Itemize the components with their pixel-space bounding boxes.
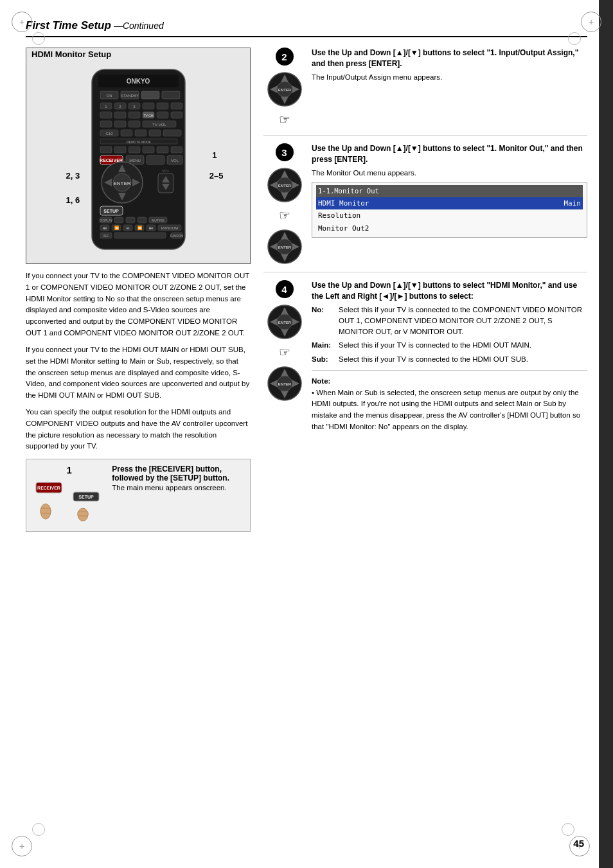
svg-rect-27 xyxy=(129,121,140,127)
svg-rect-42 xyxy=(157,146,168,153)
option-no-desc: Select this if your TV is connected to t… xyxy=(339,305,587,338)
svg-text:ENTER: ENTER xyxy=(278,88,291,92)
step3-enter-btn2: ENTER xyxy=(267,229,302,264)
remote-svg: ONKYO ON STANDBY 1 2 xyxy=(76,68,201,254)
page-subtitle: —Continued xyxy=(114,21,164,31)
svg-text:STANDBY: STANDBY xyxy=(121,94,139,98)
svg-text:⏭: ⏭ xyxy=(149,226,153,230)
step4-row: 4 ENTER ☞ xyxy=(263,280,587,433)
step4-enter-btn2: ENTER xyxy=(267,366,302,401)
svg-text:C10: C10 xyxy=(105,132,113,136)
option-main-desc: Select this if your TV is connected to t… xyxy=(339,340,587,351)
step3-row: 3 ENTER ☞ xyxy=(263,143,587,272)
page-title: First Time Setup xyxy=(26,19,111,32)
step1-svg: RECEIVER xyxy=(33,479,68,524)
page-header: First Time Setup —Continued xyxy=(26,19,587,37)
svg-text:SETUP: SETUP xyxy=(103,209,119,213)
step2-desc: The Input/Output Assign menu appears. xyxy=(312,72,587,83)
corner-bl xyxy=(12,836,32,856)
label-2-3: 2, 3 xyxy=(66,171,80,181)
step2-left: 2 ENTER xyxy=(263,48,305,127)
svg-rect-18 xyxy=(100,112,112,118)
step3-left: 3 ENTER ☞ xyxy=(263,143,305,264)
svg-text:RANDOM: RANDOM xyxy=(161,226,178,230)
step3-right: Use the Up and Down [▲]/[▼] buttons to s… xyxy=(312,143,587,264)
svg-rect-66 xyxy=(114,217,123,223)
svg-rect-17 xyxy=(171,103,182,109)
svg-text:VOL: VOL xyxy=(170,159,179,163)
svg-text:SETUP: SETUP xyxy=(79,495,94,499)
step4-left: 4 ENTER ☞ xyxy=(263,280,305,433)
svg-rect-67 xyxy=(126,217,135,223)
menu-item-hdmi-value: Main xyxy=(564,198,582,209)
option-no-label: No: xyxy=(312,305,335,338)
step4-title: Use the Up and Down [▲]/[▼] buttons to s… xyxy=(312,280,587,302)
option-main: Main: Select this if your TV is connecte… xyxy=(312,340,587,351)
svg-rect-85 xyxy=(114,233,166,238)
menu-header: 1-1.Monitor Out xyxy=(316,185,583,197)
step4-finger: ☞ xyxy=(279,344,290,360)
align-tl xyxy=(32,32,45,45)
body-para-3: You can specify the output resolution fo… xyxy=(26,407,251,452)
svg-rect-35 xyxy=(163,130,181,136)
option-sub: Sub: Select this if your TV is connected… xyxy=(312,354,587,365)
svg-rect-25 xyxy=(100,121,112,127)
menu-item-resolution: Resolution xyxy=(316,209,583,222)
hdmi-box-title: HDMI Monitor Setup xyxy=(31,49,245,59)
menu-item-monitor2-label: Monitor Out2 xyxy=(318,223,369,235)
svg-rect-33 xyxy=(135,130,147,136)
svg-rect-39 xyxy=(114,146,126,153)
body-para-2: If you connect your TV to the HDMI OUT M… xyxy=(26,344,251,402)
note-section: Note: • When Main or Sub is selected, th… xyxy=(312,370,587,433)
page-number: 45 xyxy=(573,838,584,849)
svg-rect-48 xyxy=(147,155,164,164)
menu-item-resolution-label: Resolution xyxy=(318,210,360,222)
step1-illustration: RECEIVER SETUP xyxy=(33,479,105,526)
menu-item-hdmi-label: HDMI Monitor xyxy=(318,198,369,209)
svg-text:ENTER: ENTER xyxy=(113,181,130,186)
menu-item-monitor2: Monitor Out2 xyxy=(316,222,583,235)
align-br xyxy=(562,823,574,836)
label-2-5: 2–5 xyxy=(209,171,224,181)
step4-enter-btn: ENTER xyxy=(267,305,302,339)
step3-num: 3 xyxy=(276,143,294,161)
step1-desc: The main menu appears onscreen. xyxy=(112,483,244,493)
step3-enter-btn: ENTER xyxy=(267,168,302,202)
step2-right: Use the Up and Down [▲]/[▼] buttons to s… xyxy=(312,48,587,127)
step1-content: Press the [RECEIVER] button, followed by… xyxy=(112,465,244,493)
svg-text:ONKYO: ONKYO xyxy=(126,78,150,85)
svg-text:RANDOM: RANDOM xyxy=(170,235,183,238)
align-bl xyxy=(32,823,45,836)
svg-rect-26 xyxy=(114,121,126,127)
step2-title: Use the Up and Down [▲]/[▼] buttons to s… xyxy=(312,48,587,69)
svg-text:REC: REC xyxy=(103,235,109,238)
svg-text:DISPLAY: DISPLAY xyxy=(99,218,112,222)
step2-row: 2 ENTER xyxy=(263,48,587,136)
svg-rect-41 xyxy=(143,146,154,153)
step1-title: Press the [RECEIVER] button, followed by… xyxy=(112,465,229,483)
menu-item-hdmi: HDMI Monitor Main xyxy=(316,197,583,210)
step2-enter-btn: ENTER xyxy=(267,72,302,107)
svg-rect-16 xyxy=(157,103,168,109)
monitor-out-menu: 1-1.Monitor Out HDMI Monitor Main Resolu… xyxy=(312,182,587,238)
svg-text:ENTER: ENTER xyxy=(278,382,291,386)
svg-text:VOL: VOL xyxy=(161,169,170,173)
svg-rect-19 xyxy=(114,112,126,118)
svg-text:REMOTE MODE: REMOTE MODE xyxy=(127,140,151,144)
body-para-1: If you connect your TV to the COMPONENT … xyxy=(26,270,251,339)
step1-text: Press the [RECEIVER] button, followed by… xyxy=(112,465,244,493)
svg-rect-20 xyxy=(129,112,140,118)
align-tr xyxy=(568,32,581,45)
remote-illustration: ONKYO ON STANDBY 1 2 xyxy=(31,62,245,261)
svg-rect-7 xyxy=(141,91,159,99)
step3-title: Use the Up and Down [▲]/[▼] buttons to s… xyxy=(312,143,587,165)
svg-text:ENTER: ENTER xyxy=(278,321,291,324)
svg-text:⏮: ⏮ xyxy=(103,226,107,230)
left-column: HDMI Monitor Setup ONKYO ON xyxy=(26,48,251,532)
svg-rect-95 xyxy=(78,511,88,516)
svg-text:TV CH: TV CH xyxy=(143,114,153,118)
svg-rect-40 xyxy=(129,146,140,153)
option-sub-desc: Select this if your TV is connected to t… xyxy=(339,354,587,365)
right-column: 2 ENTER xyxy=(263,48,587,532)
step2-num: 2 xyxy=(276,48,294,66)
